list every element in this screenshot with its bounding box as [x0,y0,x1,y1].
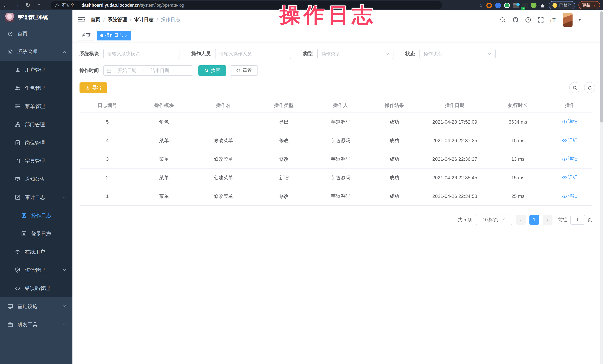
extension-icon[interactable] [495,2,501,8]
sidebar-item-系统管理[interactable]: 系统管理 [0,43,72,61]
search-icon[interactable] [500,17,506,23]
type-select[interactable]: 操作类型 [317,49,394,59]
table-row: 4菜单修改菜单修改芋道源码成功2021-04-26 22:37:2515 ms详… [80,131,592,150]
column-header-操作人: 操作人 [313,98,367,113]
breadcrumb-item-系统管理[interactable]: 系统管理 [108,16,127,23]
avatar[interactable] [563,13,573,27]
collapse-sidebar-icon[interactable] [78,17,85,22]
profile-paused-chip[interactable]: 已暂停 [549,1,575,9]
prev-page-button[interactable]: ‹ [516,215,525,225]
sidebar-item-短信管理[interactable]: 短信管理 [0,261,72,279]
extension-icon[interactable] [486,2,492,8]
paused-label: 已暂停 [559,2,571,8]
time-label: 操作时间 [80,67,99,74]
cell-操作: 详细 [548,168,592,187]
detail-link[interactable]: 详细 [562,119,578,125]
operator-input[interactable] [216,49,291,59]
chevron-down-icon[interactable]: ▾ [579,18,581,22]
sidebar-item-字典管理[interactable]: 字典管理 [0,152,72,170]
refresh-icon[interactable] [584,82,595,93]
cell-操作人: 芋道源码 [313,113,367,131]
status-select[interactable]: 操作状态 [419,49,496,59]
extensions-puzzle-icon[interactable] [540,2,545,8]
browser-forward-icon[interactable]: → [11,0,22,11]
help-icon[interactable]: ? [525,17,531,23]
search-button[interactable]: 搜索 [198,65,226,76]
range-separator: - [143,68,144,73]
extension-icon[interactable] [504,2,510,8]
tag-操作日志[interactable]: 操作日志× [97,31,131,40]
browser-back-icon[interactable]: ← [0,0,11,11]
sidebar-item-操作日志[interactable]: 操作日志 [0,206,72,225]
browser-reload-icon[interactable]: ↻ [22,0,34,11]
sidebar-item-角色管理[interactable]: 角色管理 [0,79,72,97]
svg-text:t: t [550,18,551,22]
cell-操作模块: 菜单 [135,131,193,150]
detail-link[interactable]: 详细 [562,193,578,199]
sidebar-item-用户管理[interactable]: 用户管理 [0,61,72,79]
tag-close-icon[interactable]: × [125,33,128,38]
cell-操作名: 修改菜单 [193,187,254,206]
sidebar-item-基础设施[interactable]: 基础设施 [0,297,72,316]
scrollbar-thumb[interactable] [600,11,603,122]
cell-操作人: 芋道源码 [313,150,367,168]
sidebar-item-错误码管理[interactable]: 错误码管理 [0,279,72,297]
start-date-input[interactable] [113,67,141,74]
show-search-icon[interactable] [569,82,580,93]
sidebar-item-label: 通知公告 [25,176,45,182]
reset-button[interactable]: 重置 [230,65,258,76]
export-button[interactable]: 导出 [80,82,107,93]
cell-操作结果: 成功 [367,187,421,206]
bookmark-star-icon[interactable]: ☆ [479,2,483,8]
sidebar-item-在线用户[interactable]: 在线用户 [0,243,72,261]
detail-link[interactable]: 详细 [562,156,578,162]
column-header-操作结果: 操作结果 [367,98,421,113]
sidebar-item-通知公告[interactable]: 通知公告 [0,170,72,188]
breadcrumb-item-审计日志[interactable]: 审计日志 [134,16,154,23]
browser-home-icon[interactable]: ⌂ [34,0,45,11]
sidebar-item-部门管理[interactable]: 部门管理 [0,115,72,134]
security-label[interactable]: 不安全 [62,2,74,8]
cell-日志编号: 5 [80,113,135,131]
cell-操作类型: 新增 [254,168,313,187]
cell-操作日期: 2021-04-28 17:52:09 [421,113,488,131]
column-header-日志编号: 日志编号 [80,98,135,113]
sidebar-item-label: 审计日志 [25,194,45,201]
extension-on-icon[interactable] [522,2,528,8]
status-select-placeholder: 操作状态 [424,51,442,57]
font-size-icon[interactable]: tT [550,17,557,23]
sidebar-item-菜单管理[interactable]: 菜单管理 [0,97,72,115]
module-input[interactable] [104,49,179,59]
logo-bar[interactable]: 芋道管理系统 [0,11,72,24]
sidebar-item-首页[interactable]: 首页 [0,24,72,43]
browser-menu-icon[interactable]: ⋮ [592,3,596,8]
sidebar-item-登录日志[interactable]: 登录日志 [0,225,72,243]
page-scrollbar[interactable] [600,11,603,364]
detail-link[interactable]: 详细 [562,137,578,144]
goto-page-input[interactable] [570,215,585,225]
sidebar-item-label: 角色管理 [25,85,45,91]
extension-icon[interactable] [513,2,519,8]
detail-link[interactable]: 详细 [562,174,578,181]
chevron-down-icon [385,52,389,56]
address-bar[interactable]: 不安全 | dashboard.yudao.iocoder.cn/system/… [50,1,442,9]
github-icon[interactable] [512,17,519,23]
breadcrumb-item-首页[interactable]: 首页 [91,16,100,23]
type-label: 类型 [303,51,313,57]
sidebar-item-岗位管理[interactable]: 岗位管理 [0,134,72,152]
cell-操作结果: 成功 [367,168,421,187]
extension-icon[interactable] [531,2,536,8]
tag-首页[interactable]: 首页 [78,31,94,40]
page-size-select[interactable]: 10条/页 [476,215,512,225]
page-unit-label: 页 [588,217,592,223]
chevron-down-icon [487,52,492,56]
next-page-button[interactable]: › [543,215,552,225]
page-number-button[interactable]: 1 [529,215,539,225]
sidebar-item-研发工具[interactable]: 研发工具 [0,316,72,334]
fullscreen-icon[interactable] [538,17,544,23]
cell-操作类型: 修改 [254,150,313,168]
browser-update-button[interactable]: 更新 ⋮ [579,1,600,9]
sidebar-item-审计日志[interactable]: 审计日志 [0,188,72,206]
end-date-input[interactable] [146,67,174,74]
date-range-picker[interactable]: - [103,65,193,76]
